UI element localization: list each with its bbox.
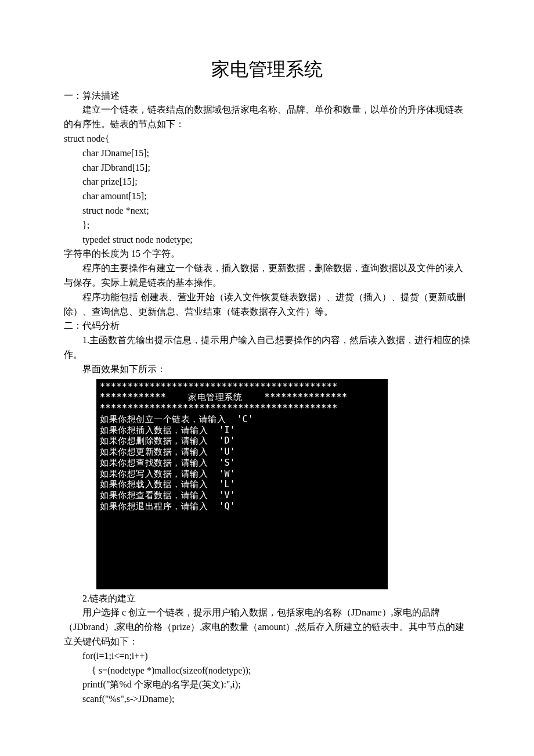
section-1-heading: 一：算法描述	[64, 89, 470, 103]
section-3-desc: 用户选择 c 创立一个链表，提示用户输入数据，包括家电的名称（JDname）,家…	[64, 606, 470, 649]
document-page: 家电管理系统 一：算法描述 建立一个链表，链表结点的数据域包括家电名称、品牌、单…	[0, 0, 534, 741]
terminal-line: ****************************************…	[100, 403, 338, 413]
terminal-line: 如果你想创立一个链表，请输入 'C'	[100, 414, 254, 424]
code-printf: printf("第%d 个家电的名字是(英文):",i);	[64, 678, 470, 692]
code-typedef: typedef struct node nodetype;	[64, 233, 470, 247]
code-field-jdname: char JDname[15];	[64, 146, 470, 161]
section-3-heading: 2.链表的建立	[64, 592, 470, 606]
terminal-line: 如果你想载入数据，请输入 'L'	[100, 479, 236, 489]
code-field-jdbrand: char JDbrand[15];	[64, 161, 470, 175]
terminal-line: 如果你想插入数据，请输入 'I'	[100, 425, 236, 435]
section-2-heading: 二：代码分析	[64, 319, 470, 333]
terminal-line: 如果你想退出程序，请输入 'Q'	[100, 501, 236, 512]
section-1-features: 程序功能包括 创建表、营业开始（读入文件恢复链表数据）、进货（插入）、提货（更新…	[64, 290, 470, 319]
section-1-ops: 程序的主要操作有建立一个链表，插入数据，更新数据，删除数据，查询数据以及文件的读…	[64, 261, 470, 290]
terminal-output: ****************************************…	[96, 379, 388, 589]
terminal-line: ************ 家电管理系统 ***************	[100, 392, 348, 402]
code-field-prize: char prize[15];	[64, 175, 470, 189]
code-struct-open: struct node{	[64, 132, 470, 146]
terminal-container: ****************************************…	[64, 379, 470, 589]
section-1-intro: 建立一个链表，链表结点的数据域包括家电名称、品牌、单价和数量，以单价的升序体现链…	[64, 103, 470, 132]
code-struct-close: };	[64, 218, 470, 233]
terminal-line: 如果你想更新数据，请输入 'U'	[100, 447, 236, 457]
code-for: for(i=1;i<=n;i++)	[64, 649, 470, 664]
terminal-line: 如果你想查找数据，请输入 'S'	[100, 458, 236, 468]
code-field-next: struct node *next;	[64, 204, 470, 218]
terminal-line: 如果你想删除数据，请输入 'D'	[100, 435, 236, 446]
code-field-amount: char amount[15];	[64, 189, 470, 204]
code-malloc: { s=(nodetype *)malloc(sizeof(nodetype))…	[64, 664, 470, 678]
page-title: 家电管理系统	[64, 55, 470, 84]
section-2-main: 1.主函数首先输出提示信息，提示用户输入自己想要操作的内容，然后读入数据，进行相…	[64, 333, 470, 362]
terminal-line: 如果你想查看数据，请输入 'V'	[100, 490, 236, 501]
terminal-line: 如果你想写入数据，请输入 'W'	[100, 469, 236, 479]
terminal-line: ****************************************…	[100, 381, 338, 392]
section-2-ui-label: 界面效果如下所示：	[64, 362, 470, 377]
code-scanf: scanf("%s",s->JDname);	[64, 692, 470, 707]
section-1-note: 字符串的长度为 15 个字符。	[64, 247, 470, 261]
